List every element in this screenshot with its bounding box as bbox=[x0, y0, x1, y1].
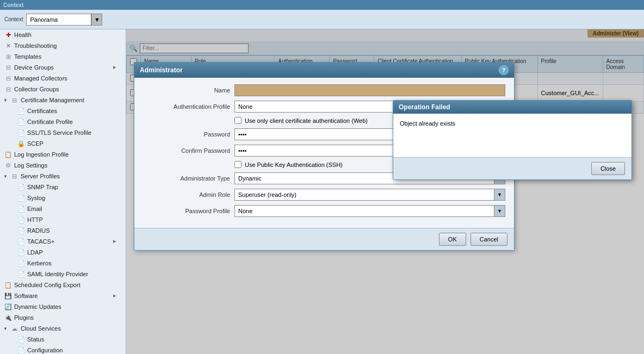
sidebar-item-radius[interactable]: 📄 RADIUS bbox=[0, 225, 126, 236]
client-cert-checkbox[interactable] bbox=[234, 117, 242, 124]
sidebar-item-label: RADIUS bbox=[27, 227, 50, 234]
sidebar-item-scheduled-config[interactable]: 📋 Scheduled Config Export bbox=[0, 280, 126, 290]
config-icon: 📄 bbox=[17, 346, 25, 354]
password-profile-arrow[interactable]: ▼ bbox=[494, 205, 505, 217]
sidebar-item-device-groups[interactable]: ⊟ Device Groups bbox=[0, 62, 126, 73]
sidebar-item-status[interactable]: 📄 Status bbox=[0, 334, 126, 345]
sidebar-item-syslog[interactable]: 📄 Syslog bbox=[0, 192, 126, 203]
admin-role-label: Admin Role bbox=[143, 191, 230, 198]
sidebar-item-label: TACACS+ bbox=[27, 238, 54, 245]
sidebar-item-plugins[interactable]: 🔌 Plugins bbox=[0, 312, 126, 323]
sidebar-item-log-ingestion[interactable]: 📋 Log Ingestion Profile bbox=[0, 149, 126, 160]
top-bar: Context bbox=[0, 0, 644, 10]
sidebar-item-label: Log Settings bbox=[14, 162, 47, 169]
sidebar-item-label: Certificate Management bbox=[21, 97, 84, 103]
sidebar-item-ssl-tls[interactable]: 📄 SSL/TLS Service Profile bbox=[0, 127, 126, 138]
context-select[interactable]: Panorama ▼ bbox=[26, 14, 102, 26]
cloud-services-expand-icon: ▼ bbox=[3, 326, 8, 331]
sidebar-item-label: SSL/TLS Service Profile bbox=[27, 129, 91, 136]
device-groups-icon: ⊟ bbox=[4, 64, 12, 71]
name-label: Name bbox=[143, 87, 230, 94]
sidebar-item-label: Certificate Profile bbox=[27, 119, 73, 125]
cert-mgmt-icon: ⊟ bbox=[11, 96, 18, 104]
sidebar-item-kerberos[interactable]: 📄 Kerberos bbox=[0, 258, 126, 269]
opfailed-footer: Close bbox=[393, 157, 631, 179]
operation-failed-dialog: Operation Failed Object already exists C… bbox=[393, 100, 632, 180]
sidebar-item-label: Dynamic Updates bbox=[14, 303, 61, 310]
tacacs-icon: 📄 bbox=[17, 238, 25, 245]
sidebar-item-cert-management[interactable]: ▼ ⊟ Certificate Management bbox=[0, 95, 126, 105]
admin-role-arrow[interactable]: ▼ bbox=[494, 189, 505, 201]
password-profile-input[interactable] bbox=[234, 205, 494, 217]
cancel-button[interactable]: Cancel bbox=[470, 233, 507, 246]
sidebar-item-server-profiles[interactable]: ▼ ⊟ Server Profiles bbox=[0, 171, 126, 182]
plugins-icon: 🔌 bbox=[4, 314, 12, 321]
syslog-icon: 📄 bbox=[17, 194, 25, 202]
sidebar-item-label: SNMP Trap bbox=[27, 184, 58, 190]
sidebar-item-dynamic-updates[interactable]: 🔄 Dynamic Updates bbox=[0, 301, 126, 312]
ssl-icon: 📄 bbox=[17, 129, 25, 136]
sidebar-item-scep[interactable]: 🔒 SCEP bbox=[0, 138, 126, 149]
password-profile-label: Password Profile bbox=[143, 208, 230, 214]
health-icon: ✚ bbox=[4, 31, 12, 39]
form-row-name: Name bbox=[143, 84, 505, 96]
sidebar-item-label: Syslog bbox=[27, 195, 45, 201]
sidebar-item-label: Cloud Services bbox=[21, 325, 61, 332]
context-bar: Context Panorama ▼ bbox=[0, 10, 644, 29]
password-profile-select: ▼ bbox=[234, 205, 505, 217]
sidebar-item-label: Status bbox=[27, 336, 44, 343]
ldap-icon: 📄 bbox=[17, 249, 25, 256]
sidebar-item-log-settings[interactable]: ⚙ Log Settings bbox=[0, 160, 126, 171]
sidebar-item-label: Plugins bbox=[14, 314, 34, 321]
sidebar-item-label: Troubleshooting bbox=[14, 42, 57, 49]
opfailed-header: Operation Failed bbox=[393, 101, 631, 114]
dialog-title: Administrator bbox=[140, 66, 183, 74]
sidebar-item-label: Templates bbox=[14, 53, 41, 60]
sidebar-item-cert-profile[interactable]: 📄 Certificate Profile bbox=[0, 116, 126, 127]
sidebar-item-tacacs[interactable]: 📄 TACACS+ bbox=[0, 236, 126, 247]
admin-role-select: ▼ bbox=[234, 189, 505, 201]
certificates-icon: 📄 bbox=[17, 107, 25, 115]
sidebar-item-managed-collectors[interactable]: ⊟ Managed Collectors bbox=[0, 73, 126, 84]
sidebar-item-cloud-services[interactable]: ▼ ☁ Cloud Services bbox=[0, 323, 126, 334]
sidebar-item-configuration[interactable]: 📄 Configuration bbox=[0, 345, 126, 354]
public-key-label: Use Public Key Authentication (SSH) bbox=[245, 162, 343, 168]
main-layout: ✚ Health ✕ Troubleshooting ⊞ Templates ⊟… bbox=[0, 29, 644, 354]
name-input[interactable] bbox=[234, 84, 505, 96]
sidebar-item-health[interactable]: ✚ Health bbox=[0, 29, 126, 40]
dialog-footer: OK Cancel bbox=[134, 228, 514, 250]
sidebar-item-software[interactable]: 💾 Software bbox=[0, 290, 126, 301]
context-select-box[interactable]: Panorama bbox=[26, 14, 91, 26]
sidebar-item-email[interactable]: 📄 Email bbox=[0, 203, 126, 214]
cert-profile-icon: 📄 bbox=[17, 118, 25, 126]
admin-role-input[interactable] bbox=[234, 189, 494, 201]
sidebar-item-collector-groups[interactable]: ⊟ Collector Groups bbox=[0, 84, 126, 95]
ok-button[interactable]: OK bbox=[439, 233, 466, 246]
cert-mgmt-expand-icon: ▼ bbox=[3, 98, 8, 103]
sidebar-item-templates[interactable]: ⊞ Templates bbox=[0, 51, 126, 62]
sidebar-item-troubleshooting[interactable]: ✕ Troubleshooting bbox=[0, 40, 126, 51]
context-label: Context bbox=[4, 16, 23, 22]
radius-icon: 📄 bbox=[17, 227, 25, 234]
sidebar: ✚ Health ✕ Troubleshooting ⊞ Templates ⊟… bbox=[0, 29, 126, 354]
top-bar-label: Context bbox=[3, 2, 23, 8]
close-button[interactable]: Close bbox=[591, 162, 625, 175]
snmp-icon: 📄 bbox=[17, 183, 25, 191]
context-select-arrow[interactable]: ▼ bbox=[91, 14, 102, 26]
sidebar-item-saml[interactable]: 📄 SAML Identity Provider bbox=[0, 269, 126, 280]
sidebar-item-ldap[interactable]: 📄 LDAP bbox=[0, 247, 126, 258]
collector-groups-icon: ⊟ bbox=[4, 85, 12, 93]
form-row-password-profile: Password Profile ▼ bbox=[143, 205, 505, 217]
sidebar-item-certificates[interactable]: 📄 Certificates bbox=[0, 105, 126, 116]
sidebar-item-snmp[interactable]: 📄 SNMP Trap bbox=[0, 182, 126, 192]
sidebar-item-http[interactable]: 📄 HTTP bbox=[0, 214, 126, 225]
opfailed-body: Object already exists bbox=[393, 114, 631, 157]
dialog-help-button[interactable]: ? bbox=[499, 65, 509, 75]
dynamic-icon: 🔄 bbox=[4, 303, 12, 310]
http-icon: 📄 bbox=[17, 216, 25, 223]
sidebar-item-label: SCEP bbox=[27, 140, 44, 147]
sidebar-item-label: Log Ingestion Profile bbox=[14, 151, 69, 158]
sidebar-item-label: Kerberos bbox=[27, 260, 52, 266]
auth-profile-label: Authentication Profile bbox=[143, 103, 230, 110]
public-key-checkbox[interactable] bbox=[234, 161, 242, 168]
